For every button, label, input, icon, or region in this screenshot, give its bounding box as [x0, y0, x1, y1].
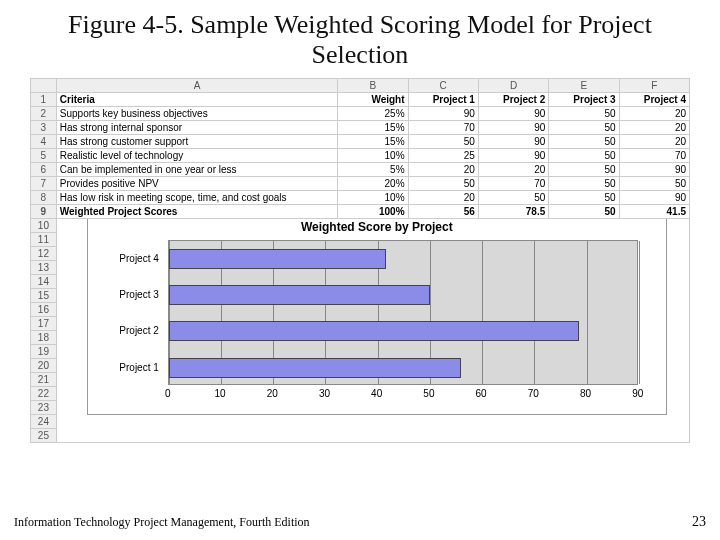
row-9-num: 9 — [31, 204, 57, 218]
totals-p3: 50 — [549, 204, 619, 218]
p3-cell: 50 — [549, 134, 619, 148]
p1-cell: 50 — [408, 176, 478, 190]
table-row: 4Has strong customer support15%50905020 — [31, 134, 690, 148]
p3-cell: 50 — [549, 190, 619, 204]
hdr-p3: Project 3 — [549, 92, 619, 106]
weight-cell: 20% — [338, 176, 408, 190]
bar — [169, 358, 461, 378]
x-tick: 80 — [580, 388, 591, 399]
col-E: E — [549, 78, 619, 92]
x-tick: 0 — [165, 388, 171, 399]
row-num: 18 — [31, 330, 57, 344]
page-number: 23 — [692, 514, 706, 530]
y-axis-labels: Project 4Project 3Project 2Project 1 — [88, 240, 163, 385]
p4-cell: 20 — [619, 134, 689, 148]
y-label: Project 3 — [119, 289, 158, 300]
hdr-criteria: Criteria — [56, 92, 337, 106]
totals-label: Weighted Project Scores — [56, 204, 337, 218]
empty-row: 10Weighted Score by ProjectProject 4Proj… — [31, 218, 690, 232]
weight-cell: 10% — [338, 148, 408, 162]
p2-cell: 50 — [478, 190, 548, 204]
p3-cell: 50 — [549, 148, 619, 162]
criteria-cell: Realistic level of technology — [56, 148, 337, 162]
row-num: 16 — [31, 302, 57, 316]
row-num: 8 — [31, 190, 57, 204]
p4-cell: 90 — [619, 162, 689, 176]
y-label: Project 2 — [119, 325, 158, 336]
p3-cell: 50 — [549, 176, 619, 190]
col-F: F — [619, 78, 689, 92]
hdr-p2: Project 2 — [478, 92, 548, 106]
row-num: 7 — [31, 176, 57, 190]
criteria-cell: Provides positive NPV — [56, 176, 337, 190]
row-num: 19 — [31, 344, 57, 358]
totals-p2: 78.5 — [478, 204, 548, 218]
p3-cell: 50 — [549, 120, 619, 134]
row-num: 11 — [31, 232, 57, 246]
bar — [169, 249, 386, 269]
gridline — [587, 241, 588, 384]
p3-cell: 50 — [549, 162, 619, 176]
row-num: 12 — [31, 246, 57, 260]
x-tick: 60 — [476, 388, 487, 399]
weight-cell: 25% — [338, 106, 408, 120]
p2-cell: 90 — [478, 148, 548, 162]
table-row: 3Has strong internal sponsor15%70905020 — [31, 120, 690, 134]
criteria-cell: Supports key business objectives — [56, 106, 337, 120]
p1-cell: 25 — [408, 148, 478, 162]
x-tick: 90 — [632, 388, 643, 399]
p4-cell: 50 — [619, 176, 689, 190]
totals-row: 9 Weighted Project Scores 100% 56 78.5 5… — [31, 204, 690, 218]
weight-cell: 15% — [338, 120, 408, 134]
row-num: 25 — [31, 428, 57, 442]
gridline — [534, 241, 535, 384]
p2-cell: 20 — [478, 162, 548, 176]
row-num: 10 — [31, 218, 57, 232]
figure-title: Figure 4-5. Sample Weighted Scoring Mode… — [40, 10, 680, 70]
table-row: 2Supports key business objectives25%9090… — [31, 106, 690, 120]
row-num: 22 — [31, 386, 57, 400]
row-num: 5 — [31, 148, 57, 162]
p4-cell: 90 — [619, 190, 689, 204]
row-num: 17 — [31, 316, 57, 330]
table-row: 6Can be implemented in one year or less5… — [31, 162, 690, 176]
criteria-cell: Has strong internal sponsor — [56, 120, 337, 134]
bar — [169, 285, 430, 305]
criteria-cell: Can be implemented in one year or less — [56, 162, 337, 176]
x-tick: 40 — [371, 388, 382, 399]
weighted-score-chart: Weighted Score by ProjectProject 4Projec… — [87, 218, 667, 415]
hdr-p4: Project 4 — [619, 92, 689, 106]
row-1-num: 1 — [31, 92, 57, 106]
totals-p1: 56 — [408, 204, 478, 218]
corner-cell — [31, 78, 57, 92]
row-num: 21 — [31, 372, 57, 386]
x-tick: 50 — [423, 388, 434, 399]
spreadsheet: A B C D E F 1 Criteria Weight Project 1 … — [30, 78, 690, 443]
row-num: 6 — [31, 162, 57, 176]
row-num: 3 — [31, 120, 57, 134]
weight-cell: 5% — [338, 162, 408, 176]
header-row: 1 Criteria Weight Project 1 Project 2 Pr… — [31, 92, 690, 106]
p4-cell: 20 — [619, 106, 689, 120]
x-tick: 30 — [319, 388, 330, 399]
p2-cell: 90 — [478, 120, 548, 134]
col-D: D — [478, 78, 548, 92]
p1-cell: 70 — [408, 120, 478, 134]
chart-container-cell: Weighted Score by ProjectProject 4Projec… — [56, 218, 689, 442]
totals-p4: 41.5 — [619, 204, 689, 218]
row-num: 2 — [31, 106, 57, 120]
plot-area — [168, 240, 638, 385]
p1-cell: 90 — [408, 106, 478, 120]
chart-title: Weighted Score by Project — [88, 220, 666, 234]
p4-cell: 70 — [619, 148, 689, 162]
col-A: A — [56, 78, 337, 92]
p2-cell: 90 — [478, 106, 548, 120]
x-axis-labels: 0102030405060708090 — [168, 388, 638, 408]
p2-cell: 90 — [478, 134, 548, 148]
gridline — [639, 241, 640, 384]
row-num: 4 — [31, 134, 57, 148]
p1-cell: 20 — [408, 190, 478, 204]
weight-cell: 10% — [338, 190, 408, 204]
hdr-p1: Project 1 — [408, 92, 478, 106]
col-header-row: A B C D E F — [31, 78, 690, 92]
